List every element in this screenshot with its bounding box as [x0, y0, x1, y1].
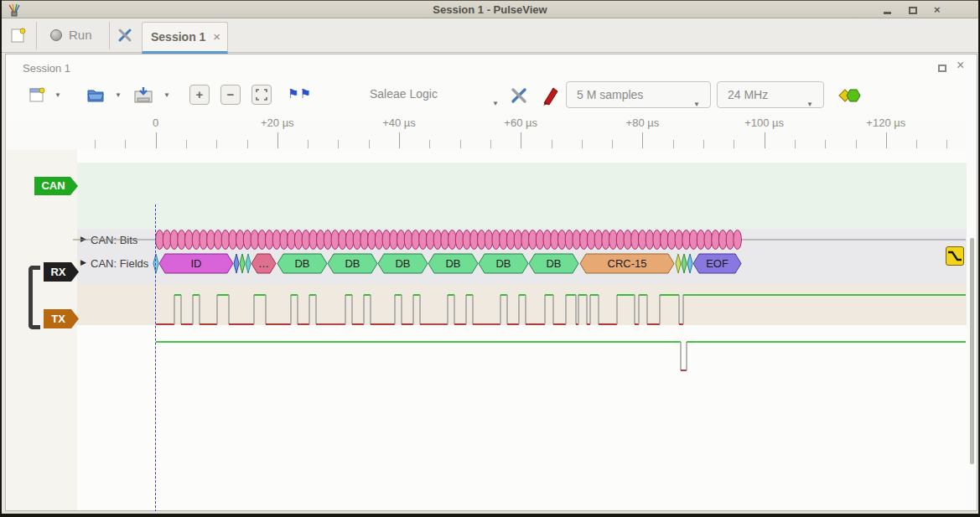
trigger-marker[interactable] — [946, 246, 964, 266]
ruler-tick — [369, 140, 370, 148]
new-view-dropdown-icon[interactable]: ▼ — [54, 91, 61, 99]
cursors-icon[interactable]: ⚑⚑ — [288, 86, 312, 101]
ruler-tick — [825, 140, 826, 148]
vertical-scrollbar[interactable] — [970, 238, 974, 464]
decoder-icon[interactable] — [838, 88, 862, 103]
save-icon[interactable] — [133, 85, 153, 106]
zoom-fit-icon[interactable] — [251, 85, 272, 105]
dock-title: Session 1 — [23, 62, 70, 75]
chevron-down-icon: ▼ — [806, 92, 813, 117]
ruler-tick — [642, 132, 643, 148]
ruler-tick — [886, 132, 887, 148]
row-expand-icon[interactable]: ▶ — [80, 258, 86, 266]
ruler-tick — [734, 140, 734, 148]
ruler-tick — [247, 140, 248, 148]
ruler-tick — [216, 140, 217, 148]
open-dropdown-icon[interactable]: ▼ — [115, 91, 122, 99]
tab-session-1[interactable]: Session 1 × — [142, 22, 228, 54]
channel-tag-tx[interactable]: TX — [44, 309, 79, 328]
ruler-tick — [856, 140, 857, 148]
run-led-icon[interactable] — [50, 29, 62, 41]
ruler-tick-label: +20 µs — [261, 116, 294, 129]
minimize-icon[interactable] — [884, 12, 891, 14]
ruler-tick — [277, 132, 278, 148]
ruler-tick — [795, 140, 796, 148]
rx-row-background — [77, 229, 967, 284]
ruler-tick — [156, 132, 157, 148]
ruler-tick — [308, 140, 309, 148]
ruler-tick — [125, 140, 126, 148]
device-name: Saleae Logic — [370, 87, 438, 101]
trigger-probe-icon[interactable] — [541, 85, 561, 106]
ruler-tick-label: +40 µs — [382, 116, 416, 129]
dock-close-icon[interactable]: × — [957, 58, 964, 73]
chevron-down-icon: ▼ — [492, 91, 499, 116]
toolbar-separator — [109, 22, 110, 49]
channels-icon[interactable] — [509, 86, 529, 105]
session-dock: Session 1 × ▼ ▼ ▼ + − ⚑⚑ Sa — [5, 54, 977, 511]
maximize-icon[interactable] — [909, 7, 917, 14]
zoom-out-icon[interactable]: − — [220, 85, 241, 105]
row-label-can-fields: CAN: Fields — [91, 257, 148, 270]
tab-label: Session 1 — [151, 30, 205, 44]
app-icon — [8, 3, 21, 17]
dock-float-icon[interactable] — [938, 65, 946, 72]
zoom-in-icon[interactable]: + — [189, 85, 210, 105]
ruler-tick — [916, 140, 917, 148]
settings-icon[interactable] — [117, 27, 133, 44]
ruler-tick — [95, 140, 96, 148]
ruler-tick-label: 0 — [153, 116, 158, 129]
ruler-tick-label: +120 µs — [866, 116, 905, 129]
sample-count-select[interactable]: 5 M samples ▼ — [566, 81, 711, 108]
trace-label-column — [7, 150, 77, 510]
time-ruler[interactable]: 0+20 µs+40 µs+60 µs+80 µs+100 µs+120 µs — [7, 115, 967, 150]
ruler-tick — [946, 140, 947, 148]
tx-row-background — [77, 284, 967, 325]
zoom-fit-glyph — [252, 85, 271, 104]
trigger-falling-edge-icon — [946, 247, 963, 265]
row-expand-icon[interactable]: ▶ — [80, 235, 86, 243]
sample-rate-select[interactable]: 24 MHz ▼ — [717, 81, 824, 108]
ruler-tick — [338, 140, 339, 148]
ruler-tick-label: +80 µs — [626, 116, 660, 129]
ruler-tick-label: +60 µs — [504, 116, 537, 129]
sample-count-value: 5 M samples — [577, 88, 643, 101]
chevron-down-icon: ▼ — [693, 92, 700, 117]
open-icon[interactable] — [86, 85, 105, 104]
ruler-tick — [612, 140, 613, 148]
device-select[interactable]: Saleae Logic ▼ — [363, 81, 506, 108]
ruler-tick — [765, 132, 765, 148]
ruler-tick-label: +100 µs — [744, 116, 784, 129]
channel-group-bracket[interactable] — [29, 266, 40, 329]
main-toolbar: Run Session 1 × — [2, 18, 978, 53]
trace-view[interactable]: CAN ▶ CAN: Bits ▶ CAN: Fields RX TX ID…D… — [7, 150, 967, 510]
new-view-icon[interactable] — [29, 86, 46, 103]
toolbar-separator — [36, 22, 37, 49]
ruler-tick — [460, 140, 461, 148]
ruler-tick — [521, 132, 521, 148]
window-title: Session 1 - PulseView — [2, 1, 978, 18]
new-session-icon[interactable] — [11, 28, 26, 43]
sample-rate-value: 24 MHz — [728, 88, 768, 101]
tab-close-icon[interactable]: × — [213, 29, 220, 44]
pulseview-window: Session 1 - PulseView × Run Session 1 × … — [0, 0, 980, 517]
ruler-tick — [429, 140, 430, 148]
row-label-can-bits: CAN: Bits — [91, 234, 137, 246]
decoder-tag-can[interactable]: CAN — [34, 177, 78, 195]
ruler-tick — [186, 140, 187, 148]
title-bar[interactable]: Session 1 - PulseView × — [2, 0, 978, 18]
ruler-tick — [490, 140, 491, 148]
channel-tag-rx[interactable]: RX — [44, 262, 79, 282]
ruler-tick — [582, 140, 583, 148]
cursor-line[interactable] — [155, 204, 156, 517]
decoder-rows-background — [77, 163, 967, 229]
close-icon[interactable]: × — [934, 3, 941, 16]
ruler-tick — [703, 140, 704, 148]
ruler-tick — [552, 140, 552, 148]
save-dropdown-icon[interactable]: ▼ — [163, 91, 170, 99]
ruler-tick — [673, 140, 674, 148]
run-button[interactable]: Run — [69, 28, 92, 42]
window-border — [2, 514, 978, 517]
ruler-tick — [399, 132, 400, 148]
